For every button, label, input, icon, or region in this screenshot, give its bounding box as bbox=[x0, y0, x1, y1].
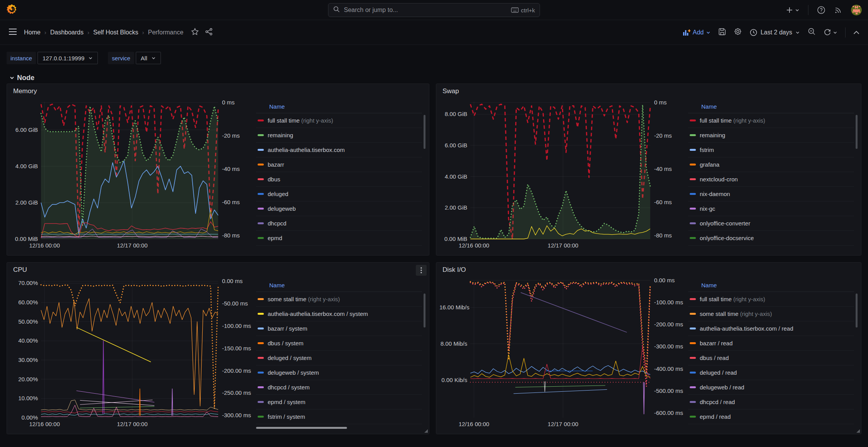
y-axis-right-tick: 0.00 ms bbox=[222, 278, 243, 284]
legend-item[interactable]: fstrim bbox=[256, 246, 422, 251]
keyboard-icon bbox=[511, 7, 519, 13]
legend-item[interactable]: nextcloud-cron bbox=[688, 172, 854, 187]
plus-icon bbox=[786, 6, 793, 14]
refresh-icon bbox=[824, 29, 831, 36]
legend-scrollbar-vertical[interactable] bbox=[856, 115, 858, 149]
legend-scrollbar-vertical[interactable] bbox=[424, 293, 425, 328]
legend-header-name[interactable]: Name bbox=[256, 279, 422, 292]
panel-title[interactable]: Swap bbox=[443, 87, 459, 95]
y-axis-right-tick: -20 ms bbox=[222, 133, 240, 139]
series-label: epmd bbox=[268, 235, 282, 241]
legend-item[interactable]: epmd bbox=[256, 231, 422, 246]
refresh-button[interactable] bbox=[824, 29, 837, 36]
legend-item[interactable]: bazarr / system bbox=[256, 321, 422, 336]
x-axis-tick: 12/17 00:00 bbox=[548, 242, 578, 249]
legend-item[interactable]: full stall time (right y-axis) bbox=[688, 292, 854, 307]
chart-area[interactable]: 0.00%10.00%20.00%30.00%40.00%50.00%60.00… bbox=[10, 277, 254, 429]
save-dashboard-button[interactable] bbox=[718, 28, 726, 37]
legend-item[interactable]: full stall time (right y-axis) bbox=[688, 113, 854, 128]
dashboard-settings-button[interactable] bbox=[734, 27, 742, 37]
new-button[interactable] bbox=[786, 6, 800, 14]
panel-title[interactable]: CPU bbox=[13, 266, 27, 274]
legend-item[interactable]: delugeweb / read bbox=[688, 380, 854, 395]
panel-menu-icon[interactable] bbox=[416, 265, 427, 276]
series-label: bazarr / read bbox=[700, 340, 733, 346]
divider bbox=[845, 27, 846, 38]
series-color-swatch bbox=[258, 134, 264, 136]
x-axis-tick: 12/17 00:00 bbox=[117, 421, 147, 427]
panel-resize-handle[interactable] bbox=[424, 429, 428, 433]
legend-item[interactable]: bazarr bbox=[256, 157, 422, 172]
legend-item[interactable]: fstrim bbox=[688, 143, 854, 157]
panel-resize-handle[interactable] bbox=[856, 429, 860, 433]
breadcrumb-dashboards[interactable]: Dashboards bbox=[50, 29, 84, 36]
chart-area[interactable]: 0.00 MiB2.00 GiB4.00 GiB6.00 GiB0 ms-20 … bbox=[10, 99, 254, 251]
panel-title[interactable]: Disk I/O bbox=[443, 266, 466, 274]
legend-item[interactable]: nix-daemon bbox=[688, 187, 854, 201]
y-axis-right-tick: -60 ms bbox=[222, 199, 240, 205]
user-avatar[interactable] bbox=[851, 5, 862, 15]
legend-item[interactable]: delugeweb / system bbox=[256, 365, 422, 380]
legend-item[interactable]: authelia-authelia.tiserbox.com bbox=[256, 143, 422, 157]
add-panel-button[interactable]: Add bbox=[683, 29, 711, 36]
legend-item[interactable]: deluged / system bbox=[256, 351, 422, 365]
panel-title[interactable]: Memory bbox=[13, 87, 37, 95]
legend-item[interactable]: fstrim / read bbox=[688, 424, 854, 429]
legend-item[interactable]: bazarr / read bbox=[688, 336, 854, 351]
legend-item[interactable]: dbus / read bbox=[688, 351, 854, 365]
legend-item[interactable]: fstrim / system bbox=[256, 409, 422, 424]
legend-header-name[interactable]: Name bbox=[688, 279, 854, 292]
legend-item[interactable]: grafana bbox=[688, 157, 854, 172]
legend-item[interactable]: authelia-authelia.tiserbox.com / system bbox=[256, 307, 422, 321]
legend-item[interactable]: dbus / system bbox=[256, 336, 422, 351]
legend-item[interactable]: dhcpcd bbox=[256, 216, 422, 231]
legend-item[interactable]: delugeweb bbox=[256, 201, 422, 216]
legend-item[interactable]: authelia-authelia.tiserbox.com / read bbox=[688, 321, 854, 336]
legend-item[interactable]: deluged bbox=[256, 187, 422, 201]
series-label: deluged / read bbox=[700, 369, 737, 376]
row-node-toggle[interactable]: Node bbox=[0, 64, 868, 82]
breadcrumb-folder[interactable]: Self Host Blocks bbox=[93, 29, 138, 36]
zoom-out-time-button[interactable] bbox=[808, 27, 816, 37]
legend-item[interactable]: postgresql bbox=[688, 246, 854, 251]
search-input[interactable]: Search or jump to... ctrl+k bbox=[328, 3, 540, 17]
legend-item[interactable]: nix-gc bbox=[688, 201, 854, 216]
share-button[interactable] bbox=[205, 28, 213, 37]
legend-item[interactable]: dhcpcd / read bbox=[688, 395, 854, 409]
legend-scrollbar-horizontal[interactable] bbox=[256, 427, 347, 429]
breadcrumb-home[interactable]: Home bbox=[24, 29, 41, 36]
series-label: remaining bbox=[700, 132, 725, 138]
help-button[interactable] bbox=[817, 6, 825, 14]
grafana-logo[interactable] bbox=[6, 3, 18, 17]
series-label: postgresql bbox=[700, 249, 726, 251]
legend-item[interactable]: onlyoffice-docservice bbox=[688, 231, 854, 246]
legend-item[interactable]: dbus bbox=[256, 172, 422, 187]
news-button[interactable] bbox=[834, 6, 842, 14]
y-axis-left-tick: 10.00% bbox=[10, 395, 38, 401]
legend-item[interactable]: remaining bbox=[688, 128, 854, 143]
chart-area[interactable]: 0.00 MiB2.00 GiB4.00 GiB6.00 GiB8.00 GiB… bbox=[439, 99, 686, 251]
legend-header-name[interactable]: Name bbox=[256, 100, 422, 113]
variable-value-instance[interactable]: 127.0.0.1:19999 bbox=[38, 52, 98, 64]
y-axis-left-tick: 60.00% bbox=[10, 299, 38, 305]
legend-item[interactable]: dhcpcd / system bbox=[256, 380, 422, 395]
collapse-toolbar-button[interactable] bbox=[853, 29, 859, 36]
legend-item[interactable]: onlyoffice-converter bbox=[688, 216, 854, 231]
series-color-swatch bbox=[690, 208, 696, 210]
y-axis-right-tick: -400.00 ms bbox=[654, 366, 683, 372]
legend-header-name[interactable]: Name bbox=[688, 100, 854, 113]
legend-item[interactable]: some stall time (right y-axis) bbox=[688, 307, 854, 321]
legend-item[interactable]: full stall time (right y-axis) bbox=[256, 113, 422, 128]
favorite-star-button[interactable] bbox=[191, 28, 199, 37]
legend-item[interactable]: some stall time (right y-axis) bbox=[256, 292, 422, 307]
chart-area[interactable]: 0.00 Kib/s8.00 Mib/s16.00 Mib/s0.00 ms-1… bbox=[439, 277, 686, 429]
mega-menu-toggle[interactable] bbox=[9, 28, 17, 37]
legend-item[interactable]: epmd / system bbox=[256, 395, 422, 409]
time-range-picker[interactable]: Last 2 days bbox=[750, 29, 800, 36]
legend-item[interactable]: deluged / read bbox=[688, 365, 854, 380]
variable-value-service[interactable]: All bbox=[136, 52, 161, 64]
legend-scrollbar-vertical[interactable] bbox=[424, 115, 425, 149]
legend-scrollbar-vertical[interactable] bbox=[856, 293, 858, 328]
legend-item[interactable]: epmd / read bbox=[688, 409, 854, 424]
legend-item[interactable]: remaining bbox=[256, 128, 422, 143]
